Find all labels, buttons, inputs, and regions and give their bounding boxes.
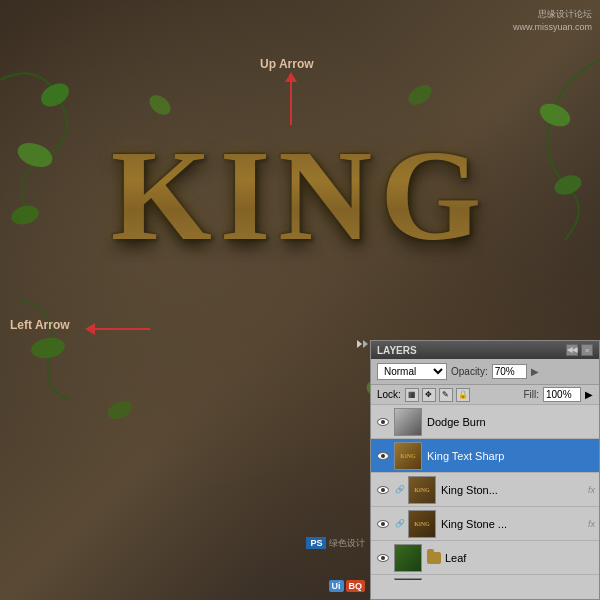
- layer-link-icon[interactable]: 🔗: [394, 484, 406, 496]
- opacity-input[interactable]: [492, 364, 527, 379]
- layer-thumbnail: [394, 544, 422, 572]
- eye-icon: [377, 554, 389, 562]
- layer-name: Dodge Burn: [427, 416, 595, 428]
- layer-row[interactable]: 🔗KiNGKing Stone ...fx: [371, 507, 599, 541]
- lock-fill-row: Lock: ▦ ✥ ✎ 🔒 Fill: ▶: [371, 385, 599, 405]
- collapse-arrow-1: [357, 340, 362, 348]
- folder-icon: [427, 552, 441, 564]
- lock-checkerboard[interactable]: ▦: [405, 388, 419, 402]
- bq-badge: BQ: [346, 580, 366, 592]
- watermark: 思缘设计论坛 www.missyuan.com: [513, 8, 592, 33]
- opacity-arrow[interactable]: ▶: [531, 366, 539, 377]
- eye-icon: [377, 452, 389, 460]
- left-arrow-label: Left Arrow: [10, 318, 70, 332]
- canvas: KING KING 思缘设计论坛 www.missyuan.com Up Arr…: [0, 0, 600, 600]
- layer-fx-badge: fx: [588, 485, 595, 495]
- layer-row[interactable]: 🔗KiNGKing Ston...fx: [371, 473, 599, 507]
- fill-arrow[interactable]: ▶: [585, 389, 593, 400]
- king-text-overlay: KING: [0, 120, 600, 270]
- blend-opacity-row: Normal Opacity: ▶: [371, 359, 599, 385]
- panel-controls: ◀◀ ≡: [566, 344, 593, 356]
- lock-icons: ▦ ✥ ✎ 🔒: [405, 388, 470, 402]
- panel-collapse-btn[interactable]: ◀◀: [566, 344, 578, 356]
- up-arrow-line: [290, 75, 292, 125]
- panel-menu-btn[interactable]: ≡: [581, 344, 593, 356]
- eye-icon: [377, 418, 389, 426]
- eye-icon: [377, 486, 389, 494]
- layer-row[interactable]: Vine: [371, 575, 599, 580]
- collapse-arrow-2: [363, 340, 368, 348]
- blend-mode-select[interactable]: Normal: [377, 363, 447, 380]
- eye-icon: [377, 520, 389, 528]
- panel-titlebar: LAYERS ◀◀ ≡: [371, 341, 599, 359]
- layers-list: Dodge BurnKiNGKing Text Sharp🔗KiNGKing S…: [371, 405, 599, 580]
- layer-thumbnail: KiNG: [408, 476, 436, 504]
- panel-title-left: LAYERS: [377, 345, 417, 356]
- uibq-logo: Ui BQ: [329, 580, 366, 592]
- lock-label: Lock:: [377, 389, 401, 400]
- fill-input[interactable]: [543, 387, 581, 402]
- watermark-line1: 思缘设计论坛: [513, 8, 592, 21]
- layer-visibility-eye[interactable]: [375, 516, 391, 532]
- layer-visibility-eye[interactable]: [375, 448, 391, 464]
- lock-move[interactable]: ✥: [422, 388, 436, 402]
- ui-badge: Ui: [329, 580, 344, 592]
- layer-thumbnail: KiNG: [408, 510, 436, 538]
- layer-thumbnail: KiNG: [394, 442, 422, 470]
- layer-name: Leaf: [445, 552, 595, 564]
- layer-row[interactable]: KiNGKing Text Sharp: [371, 439, 599, 473]
- collapse-arrows[interactable]: [357, 340, 368, 348]
- layer-name: King Text Sharp: [427, 450, 595, 462]
- up-arrow-label: Up Arrow: [260, 57, 314, 71]
- layer-link-icon[interactable]: 🔗: [394, 518, 406, 530]
- lock-brush[interactable]: ✎: [439, 388, 453, 402]
- lock-all[interactable]: 🔒: [456, 388, 470, 402]
- layer-visibility-eye[interactable]: [375, 482, 391, 498]
- left-arrow-line: [90, 328, 150, 330]
- layer-row[interactable]: Leaf: [371, 541, 599, 575]
- opacity-label: Opacity:: [451, 366, 488, 377]
- layer-visibility-eye[interactable]: [375, 550, 391, 566]
- layer-fx-badge: fx: [588, 519, 595, 529]
- layer-name: King Ston...: [441, 484, 585, 496]
- watermark-line2: www.missyuan.com: [513, 21, 592, 34]
- layer-visibility-eye[interactable]: [375, 414, 391, 430]
- layer-thumbnail: [394, 408, 422, 436]
- ps-logo: PS 绿色设计: [306, 537, 365, 550]
- layers-panel: LAYERS ◀◀ ≡ Normal Opacity: ▶ Lock: ▦ ✥ …: [370, 340, 600, 600]
- layer-name: King Stone ...: [441, 518, 585, 530]
- fill-label: Fill:: [523, 389, 539, 400]
- panel-title: LAYERS: [377, 345, 417, 356]
- layer-row[interactable]: Dodge Burn: [371, 405, 599, 439]
- layer-thumbnail: [394, 578, 422, 581]
